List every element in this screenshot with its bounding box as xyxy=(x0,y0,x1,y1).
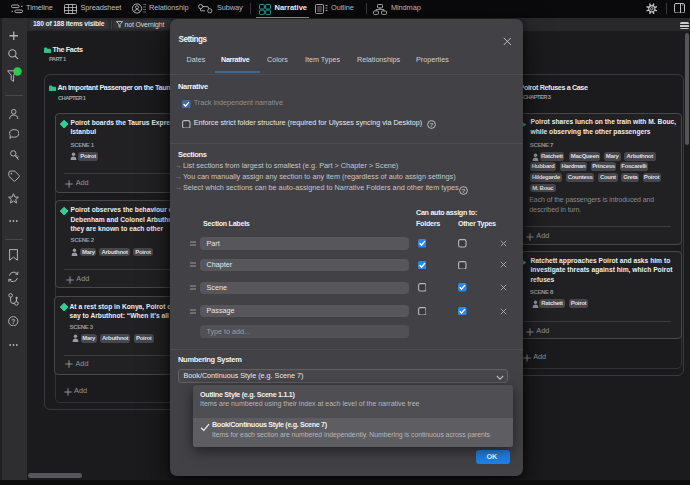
svg-text:?: ? xyxy=(429,120,433,127)
svg-text:?: ? xyxy=(462,187,466,194)
svg-text:?: ? xyxy=(12,317,16,324)
